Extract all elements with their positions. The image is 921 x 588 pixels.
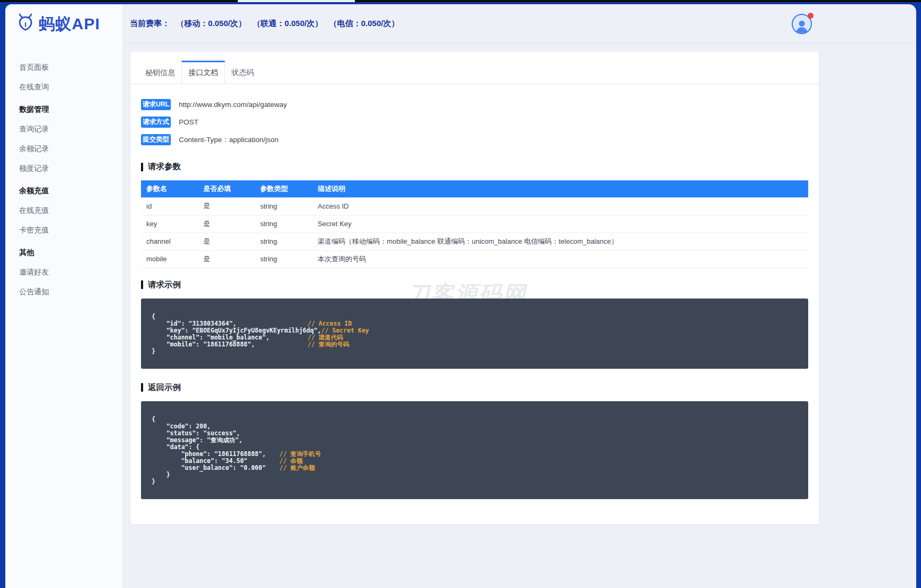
fee-label: 当前费率：: [130, 19, 170, 29]
meta-badge: 请求URL: [141, 99, 171, 110]
code-line: }: [152, 348, 798, 355]
sidebar-nav: 首页面板在线查询数据管理查询记录余额记录额度记录余额充值在线充值卡密充值其他邀请…: [5, 44, 123, 302]
code-line: }: [152, 478, 798, 485]
table-row: channel 是 string 渠道编码（移动编码：mobile_balanc…: [141, 233, 808, 250]
code-text: {: [152, 313, 308, 320]
section-bar: [141, 383, 143, 392]
ant-logo-icon: [16, 13, 35, 35]
code-line: {: [152, 313, 798, 320]
code-comment: // Secret Key: [321, 327, 369, 334]
code-line: "channel": "mobile_balance",// 渠道代码: [152, 334, 798, 341]
code-line: {: [152, 416, 798, 423]
code-text: "user_balance": "0.000": [152, 465, 279, 471]
params-column-header: 是否必填: [198, 180, 255, 197]
cell-required: 是: [198, 215, 255, 233]
meta-row: 请求方式 POST: [141, 117, 808, 128]
code-text: }: [152, 478, 279, 485]
main-area: 当前费率： （移动：0.050/次）（联通：0.050/次）（电信：0.050/…: [123, 4, 916, 588]
tab-item[interactable]: 状态码: [225, 61, 260, 84]
cell-type: string: [255, 197, 312, 215]
table-row: key 是 string Secret Key: [141, 215, 808, 233]
code-line: "code": 200,: [152, 423, 798, 430]
logo-text: 蚂蚁API: [39, 13, 100, 35]
code-line: "status": "success",: [152, 430, 798, 437]
sidebar-nav-item[interactable]: 余额记录: [5, 139, 123, 159]
code-text: {: [152, 416, 279, 423]
response-title-text: 返回示例: [148, 382, 181, 393]
code-line: "user_balance": "0.000"// 账户余额: [152, 465, 798, 471]
notification-dot: [808, 13, 814, 19]
code-comment: // 账户余额: [279, 464, 315, 471]
code-text: "data": {: [152, 444, 279, 451]
fee-bar: 当前费率： （移动：0.050/次）（联通：0.050/次）（电信：0.050/…: [130, 19, 399, 29]
meta-row: 请求URL http://www.dkym.com/api/gateway: [141, 99, 808, 110]
code-text: "channel": "mobile_balance",: [152, 334, 308, 341]
code-text: "code": 200,: [152, 423, 279, 430]
params-header-row: 参数名是否必填参数类型描述说明: [141, 180, 808, 197]
params-body: id 是 string Access ID key 是 string Secre…: [141, 197, 808, 268]
app-window: 蚂蚁API 首页面板在线查询数据管理查询记录余额记录额度记录余额充值在线充值卡密…: [5, 4, 916, 588]
code-line: }: [152, 471, 798, 478]
code-line: "message": "查询成功",: [152, 437, 798, 444]
logo[interactable]: 蚂蚁API: [5, 4, 123, 44]
sidebar-nav-item[interactable]: 额度记录: [5, 159, 123, 178]
code-comment: // 查询的号码: [308, 341, 349, 348]
params-column-header: 参数类型: [255, 180, 312, 197]
sidebar-nav-item[interactable]: 查询记录: [5, 119, 123, 139]
cell-param-name: mobile: [141, 250, 198, 268]
code-line: "balance": "34.50"// 余额: [152, 458, 798, 465]
top-artifact-strip: [0, 0, 921, 2]
sidebar-nav-item[interactable]: 在线充值: [5, 201, 123, 220]
cell-type: string: [255, 233, 312, 250]
code-line: "data": {: [152, 444, 798, 451]
table-row: id 是 string Access ID: [141, 197, 808, 215]
cell-description: 渠道编码（移动编码：mobile_balance 联通编码：unicom_bal…: [312, 233, 808, 250]
params-column-header: 参数名: [141, 180, 198, 197]
tab-item[interactable]: 接口文档: [181, 61, 225, 84]
request-title-text: 请求示例: [148, 279, 181, 291]
doc-card: 刀客源码网 秘钥信息接口文档状态码 请求URL http://www.dkym.…: [130, 52, 819, 524]
code-text: "key": "EBOEGqUx7yIjcFyU8egvKEyrmilhj6dq…: [152, 327, 321, 334]
response-example-title: 返回示例: [141, 382, 808, 393]
cell-param-name: key: [141, 215, 198, 233]
fee-rate-item: （移动：0.050/次）: [176, 19, 246, 29]
code-comment: // 渠道代码: [308, 334, 343, 341]
meta-row: 提交类型 Content-Type：application/json: [141, 134, 808, 145]
user-avatar[interactable]: [792, 14, 812, 34]
fee-rate-item: （电信：0.050/次）: [329, 19, 399, 29]
cell-description: Secret Key: [312, 215, 808, 233]
code-comment: // Access ID: [308, 320, 352, 327]
sidebar-nav-item[interactable]: 公告通知: [5, 282, 123, 302]
code-text: "id": "3138034364",: [152, 320, 308, 327]
sidebar-section-label: 余额充值: [5, 181, 123, 201]
fee-rates: （移动：0.050/次）（联通：0.050/次）（电信：0.050/次）: [176, 19, 399, 29]
sidebar-section-label: 其他: [5, 243, 123, 262]
sidebar: 蚂蚁API 首页面板在线查询数据管理查询记录余额记录额度记录余额充值在线充值卡密…: [5, 4, 123, 588]
code-text: "balance": "34.50": [152, 458, 279, 465]
sidebar-nav-item[interactable]: 卡密充值: [5, 220, 123, 240]
top-artifact-gap: [238, 0, 355, 2]
params-table: 参数名是否必填参数类型描述说明 id 是 string Access ID ke…: [141, 180, 808, 268]
cell-description: Access ID: [312, 197, 808, 215]
cell-param-name: id: [141, 197, 198, 215]
params-title-text: 请求参数: [148, 161, 181, 172]
code-comment: // 查询手机号: [279, 450, 321, 458]
cell-required: 是: [198, 250, 255, 268]
tab-item[interactable]: 秘钥信息: [139, 61, 181, 84]
response-code-block: { "code": 200, "status": "success", "mes…: [141, 401, 808, 499]
sidebar-section-label: 数据管理: [5, 100, 123, 119]
section-bar: [141, 163, 143, 171]
sidebar-nav-item[interactable]: 邀请好友: [5, 262, 123, 282]
code-text: "mobile": "18611768888",: [152, 341, 308, 348]
sidebar-nav-item[interactable]: 在线查询: [5, 77, 123, 97]
code-text: "status": "success",: [152, 430, 279, 437]
code-line: "key": "EBOEGqUx7yIjcFyU8egvKEyrmilhj6dq…: [152, 327, 798, 334]
request-code-block: { "id": "3138034364",// Access ID "key":…: [141, 299, 808, 369]
meta-value: Content-Type：application/json: [179, 135, 279, 145]
cell-type: string: [255, 215, 312, 233]
cell-param-name: channel: [141, 233, 198, 250]
sidebar-nav-item[interactable]: 首页面板: [5, 57, 123, 77]
params-column-header: 描述说明: [312, 180, 808, 197]
tab-bar: 秘钥信息接口文档状态码: [130, 52, 819, 84]
params-section-title: 请求参数: [141, 161, 808, 172]
